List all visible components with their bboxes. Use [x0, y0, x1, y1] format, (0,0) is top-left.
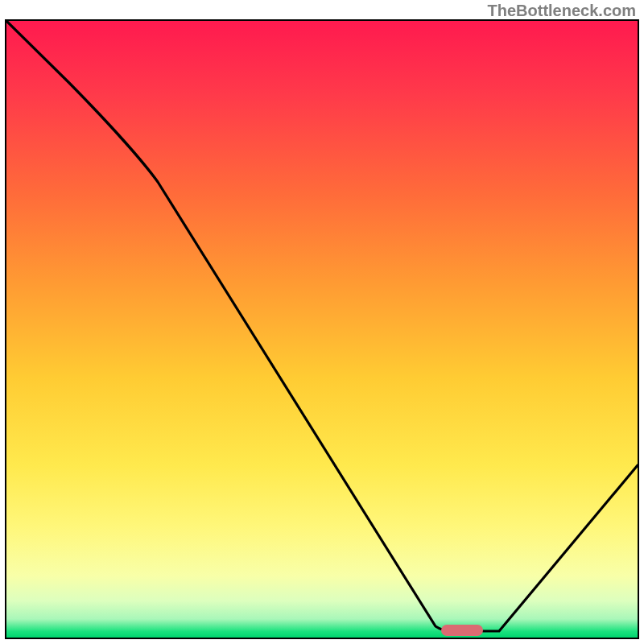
optimal-marker — [441, 625, 483, 636]
watermark-text: TheBottleneck.com — [488, 2, 636, 20]
bottleneck-curve — [6, 21, 638, 638]
chart-frame — [5, 19, 639, 639]
